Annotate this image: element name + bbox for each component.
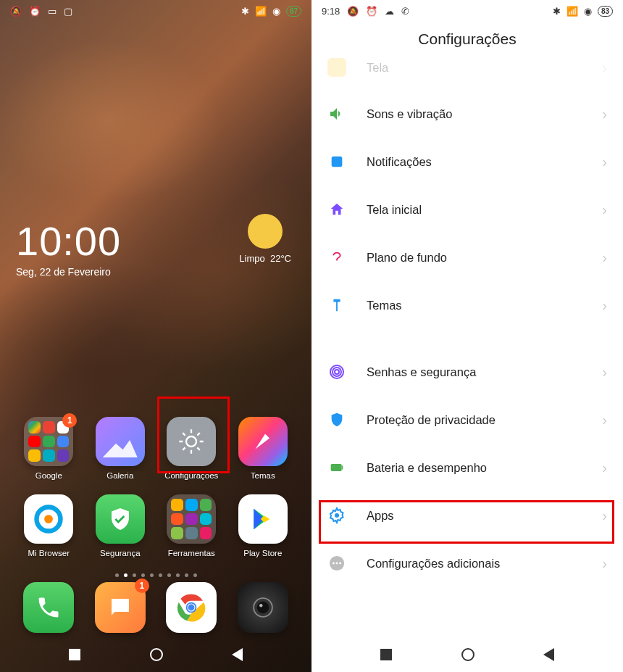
shield-icon [96,494,145,544]
signal-icon: 📶 [255,6,267,17]
nav-recents[interactable] [380,649,392,660]
dock-camera[interactable] [230,582,296,633]
dock-phone[interactable] [16,582,81,633]
chevron-right-icon: › [602,106,607,123]
settings-row-plano-de-fundo[interactable]: Plano de fundo › [312,233,623,281]
svg-point-11 [335,370,339,374]
app-mi-browser[interactable]: Mi Browser [16,494,81,557]
display-icon [327,58,346,77]
chevron-right-icon: › [602,412,607,428]
page-title: Configurações [312,30,623,48]
app-label: Galeria [106,471,133,480]
row-label: Notificações [367,155,602,169]
row-label: Tela inicial [367,203,602,217]
nav-back[interactable] [232,648,243,661]
weather-text: Limpo 22°C [239,253,291,264]
chevron-right-icon: › [602,297,607,314]
row-label: Proteção de privacidade [367,413,602,427]
chevron-right-icon: › [602,249,607,266]
svg-rect-10 [332,157,343,167]
dnd-icon: 🔕 [10,6,22,17]
settings-row-senhas[interactable]: Senhas e segurança › [312,348,623,396]
app-seguranca[interactable]: Segurança [88,494,153,557]
wifi-icon: ◉ [584,6,592,17]
sound-icon [327,104,346,123]
row-label: Tela [367,61,602,75]
chevron-right-icon: › [602,202,607,218]
svg-point-2 [44,515,53,523]
phone-icon [23,582,74,633]
row-label: Configurações adicionais [367,557,602,571]
status-bar: 🔕 ⏰ ▭ ▢ ✱ 📶 ◉ 87 [0,0,312,22]
svg-point-19 [336,563,338,565]
weather-sun-icon [248,214,283,249]
nav-recents[interactable] [69,649,80,660]
svg-point-16 [335,513,339,518]
app-configuracoes[interactable]: Configurações [159,417,224,480]
settings-list[interactable]: Tela › Sons e vibração › Notificações › … [312,58,623,637]
gear-icon [167,417,216,466]
nav-home[interactable] [461,648,474,661]
nav-bar [312,637,623,672]
fingerprint-icon [327,362,346,381]
dock-messages[interactable]: 1 [88,582,153,633]
camera-icon [238,582,288,633]
cloud-icon: ☁ [385,6,394,17]
alarm-icon: ⏰ [29,6,41,17]
app-label: Segurança [100,549,141,557]
chevron-right-icon: › [602,59,607,76]
tools-folder-icon [167,494,216,544]
settings-row-tela-inicial[interactable]: Tela inicial › [312,186,623,233]
dock-chrome[interactable] [159,582,224,633]
play-store-icon [238,494,288,544]
svg-point-18 [333,563,335,565]
app-grid: 1 Google Galeria Configurações Temas M [0,417,312,557]
row-label: Apps [367,509,602,523]
temas-icon [238,417,288,466]
messages-icon: 1 [95,582,146,633]
nav-bar [0,637,312,672]
app-label: Mi Browser [28,549,70,557]
google-folder-icon: 1 [24,417,73,466]
settings-row-privacidade[interactable]: Proteção de privacidade › [312,396,623,444]
bluetooth-icon: ✱ [241,6,249,17]
signal-icon: 📶 [566,6,578,17]
settings-row-notificacoes[interactable]: Notificações › [312,138,623,186]
settings-row-config-adicionais[interactable]: Configurações adicionais › [312,539,623,587]
app-play-store[interactable]: Play Store [230,494,296,557]
svg-rect-15 [342,466,343,470]
svg-point-9 [259,604,262,607]
settings-row-tela[interactable]: Tela › [312,58,623,90]
app-google-folder[interactable]: 1 Google [16,417,81,480]
alarm-icon: ⏰ [366,6,377,17]
app-label: Configurações [164,471,218,480]
weather-widget[interactable]: Limpo 22°C [239,214,291,264]
settings-row-bateria[interactable]: Bateria e desempenho › [312,444,623,491]
app-temas[interactable]: Temas [230,417,296,480]
clock-date: Seg, 22 de Fevereiro [16,266,121,278]
row-label: Temas [367,299,602,312]
sms-icon: ▭ [48,6,57,17]
app-ferramentas-folder[interactable]: Ferramentas [159,494,224,557]
page-indicator [0,568,312,582]
chevron-right-icon: › [602,154,607,170]
nav-home[interactable] [150,648,163,661]
svg-point-20 [339,563,341,565]
app-label: Google [35,471,62,480]
settings-row-temas[interactable]: Temas › [312,281,623,329]
row-label: Bateria e desempenho [367,461,602,475]
status-bar: 9:18 🔕 ⏰ ☁ ✆ ✱ 📶 ◉ 83 [312,0,623,22]
chrome-icon [166,582,217,633]
home-icon [327,200,346,219]
app-galeria[interactable]: Galeria [88,417,153,480]
app-label: Ferramentas [168,549,215,557]
galeria-icon [96,417,145,466]
badge: 1 [62,413,77,428]
clock-widget[interactable]: 10:00 Seg, 22 de Fevereiro [16,217,121,278]
nav-back[interactable] [543,648,554,661]
chevron-right-icon: › [602,364,607,381]
settings-row-apps[interactable]: Apps › [312,491,623,539]
svg-point-8 [257,602,269,614]
chevron-right-icon: › [602,555,607,572]
settings-row-sons[interactable]: Sons e vibração › [312,90,623,138]
